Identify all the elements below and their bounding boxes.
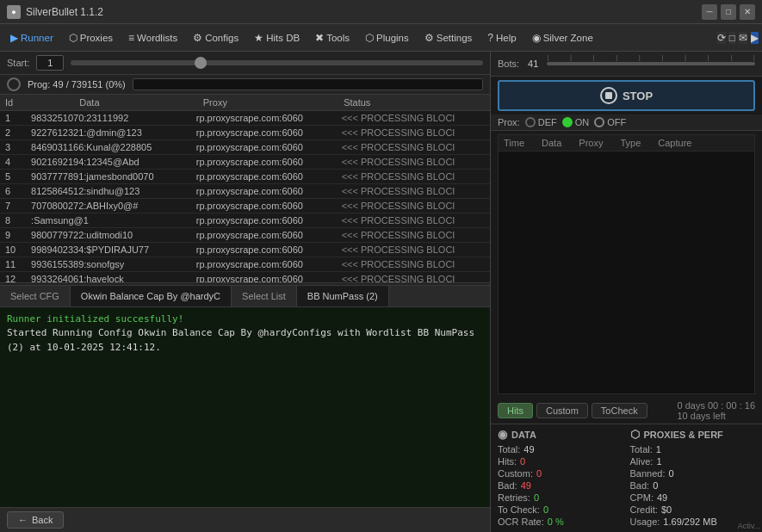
table-row: 99800779722:uditmodi10rp.proxyscrape.com… (0, 228, 490, 243)
tools-icon: ✖ (315, 32, 324, 44)
hits-col-time: Time (504, 138, 524, 148)
nav-icon-btn1[interactable]: ⟳ (717, 32, 726, 44)
nav-icon-btn2[interactable]: □ (729, 32, 735, 44)
close-button[interactable]: ✕ (740, 4, 755, 20)
proxy-usage-label: Usage: (630, 517, 660, 527)
table-row: 68125864512:sindhu@123rp.proxyscrape.com… (0, 184, 490, 199)
table-body: 19833251070:23111992rp.proxyscrape.com:6… (0, 111, 490, 282)
nav-wordlists[interactable]: ≡ Wordlists (121, 29, 184, 46)
progress-bar-container (133, 78, 483, 90)
col-proxy: Proxy (198, 95, 338, 111)
start-label: Start: (7, 58, 29, 68)
stat-tocheck-label: To Check: (498, 504, 540, 515)
proxies-icon: ⬡ (69, 32, 77, 44)
stat-tocheck: To Check: 0 (498, 504, 623, 515)
nav-silverzone[interactable]: ◉ Silver Zone (525, 29, 600, 46)
hits-log: Time Data Proxy Type Capture (498, 134, 755, 394)
proxy-bad-label: Bad: (630, 480, 650, 491)
nav-proxies-label: Proxies (80, 33, 113, 43)
progress-text: Prog: 49 / 739151 (0%) (28, 79, 126, 90)
progress-row: Prog: 49 / 739151 (0%) (0, 75, 490, 95)
horizontal-scrollbar[interactable] (0, 282, 490, 285)
proxy-def-option[interactable]: DEF (525, 117, 557, 127)
stat-custom-label: Custom: (498, 468, 533, 479)
nav-help[interactable]: ? Help (480, 29, 523, 46)
proxy-alive-label: Alive: (630, 456, 654, 467)
app-icon: ● (7, 5, 21, 19)
tab-select-cfg[interactable]: Select CFG (0, 286, 71, 306)
stop-label: STOP (623, 90, 653, 102)
start-input[interactable] (36, 55, 64, 71)
stop-area: STOP (498, 80, 755, 111)
hitsdb-icon: ★ (254, 32, 263, 44)
stat-ocr-label: OCR Rate: (498, 517, 544, 527)
plugins-icon: ⬡ (365, 32, 374, 44)
proxy-stats-col: ⬡ PROXIES & PERF Total: 1 Alive: 1 Banne… (630, 428, 756, 529)
stop-button[interactable]: STOP (600, 87, 653, 104)
nav-settings[interactable]: ⚙ Settings (418, 29, 480, 46)
table-row: 38469031166:Kunal@228805rp.proxyscrape.c… (0, 140, 490, 155)
nav-silverzone-label: Silver Zone (543, 33, 593, 43)
proxy-credit: Credit: $0 (630, 504, 756, 515)
app-title: SilverBullet 1.1.2 (26, 6, 702, 18)
nav-runner[interactable]: ▶ Runner (3, 29, 60, 46)
nav-plugins[interactable]: ⬡ Plugins (358, 29, 416, 46)
bots-ticks: || || || || || (547, 53, 755, 61)
proxy-stats-title: PROXIES & PERF (644, 430, 723, 440)
table-row: 119936155389:sonofgsyrp.proxyscrape.com:… (0, 257, 490, 272)
stat-hits: Hits: 0 (498, 456, 623, 467)
table-row: 77070800272:ABHIxy0@#rp.proxyscrape.com:… (0, 199, 490, 213)
stat-hits-val: 0 (520, 456, 525, 467)
nav-proxies[interactable]: ⬡ Proxies (62, 29, 120, 46)
stat-bad-val: 49 (521, 480, 531, 491)
nav-runner-label: Runner (21, 33, 53, 43)
proxy-cpm-val: 49 (657, 492, 667, 503)
hits-col-type: Type (620, 138, 641, 148)
bots-label: Bots: (498, 59, 519, 69)
filter-tabs: Hits Custom ToCheck 0 days 00 : 00 : 16 … (491, 398, 762, 424)
nav-icon-btn3[interactable]: ✉ (739, 32, 747, 44)
col-data: Data (74, 95, 198, 111)
tab-wordlist-name[interactable]: BB NumPass (2) (297, 286, 389, 306)
stat-total-label: Total: (498, 444, 520, 455)
main-content: Start: Prog: 49 / 739151 (0%) Id Data Pr… (0, 52, 762, 532)
proxy-credit-label: Credit: (630, 504, 658, 515)
proxy-def-label: DEF (538, 117, 557, 127)
timer-display: 0 days 00 : 00 : 16 (677, 400, 755, 411)
nav-tools-label: Tools (326, 33, 350, 43)
stat-retries: Retries: 0 (498, 492, 623, 503)
proxy-cpm: CPM: 49 (630, 492, 756, 503)
table-row: 109989402334:$PYDIRAJU77rp.proxyscrape.c… (0, 243, 490, 257)
silverzone-icon: ◉ (532, 32, 541, 44)
filter-custom[interactable]: Custom (536, 403, 588, 418)
nav-tools[interactable]: ✖ Tools (308, 29, 356, 46)
tab-select-list[interactable]: Select List (232, 286, 297, 306)
nav-configs[interactable]: ⚙ Configs (186, 29, 245, 46)
stat-bad-label: Bad: (498, 480, 517, 491)
nav-plugins-label: Plugins (376, 33, 409, 43)
nav-hitsdb[interactable]: ★ Hits DB (247, 29, 307, 46)
back-button[interactable]: ← Back (7, 511, 64, 529)
hits-col-proxy: Proxy (579, 138, 603, 148)
bots-slider-container (71, 60, 483, 65)
bots-slider-thumb[interactable] (195, 57, 207, 69)
tab-config-name[interactable]: Okwin Balance Cap By @hardyC (71, 286, 232, 306)
minimize-button[interactable]: ─ (702, 4, 717, 20)
table-row: 59037777891:jamesbond0070rp.proxyscrape.… (0, 170, 490, 184)
table-scroll[interactable]: 19833251070:23111992rp.proxyscrape.com:6… (0, 111, 490, 282)
back-arrow-icon: ← (18, 515, 28, 525)
stats-area: ◉ DATA Total: 49 Hits: 0 Custom: 0 Bad: (491, 424, 762, 532)
proxy-off-option[interactable]: OFF (594, 117, 626, 127)
proxy-on-option[interactable]: ON (562, 117, 590, 127)
nav-wordlists-label: Wordlists (137, 33, 177, 43)
bots-slider[interactable]: || || || || || (547, 55, 755, 72)
filter-tocheck[interactable]: ToCheck (592, 403, 647, 418)
navbar: ▶ Runner ⬡ Proxies ≡ Wordlists ⚙ Configs… (0, 24, 762, 52)
nav-icon-btn4[interactable]: ▶ (751, 32, 759, 44)
progress-circle (7, 77, 21, 91)
days-left: 10 days left (677, 411, 755, 421)
filter-hits[interactable]: Hits (498, 403, 533, 418)
maximize-button[interactable]: □ (721, 4, 736, 20)
stat-tocheck-val: 0 (543, 504, 548, 515)
proxy-bad-val: 0 (653, 480, 658, 491)
